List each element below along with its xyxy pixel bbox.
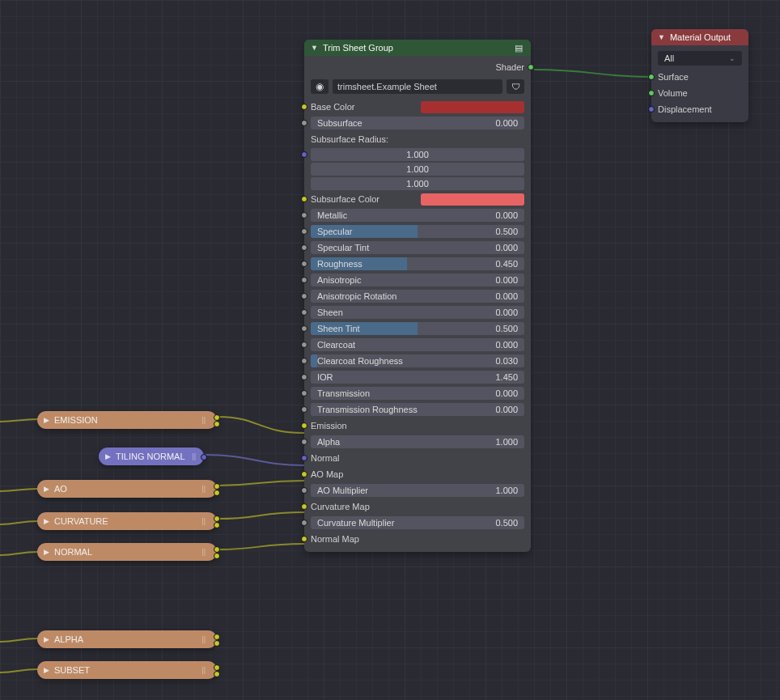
chevron-down-icon: ⌄ [729, 54, 735, 62]
param-roughness[interactable]: Roughness0.450 [304, 256, 531, 272]
shader-output[interactable]: Shader [304, 59, 531, 75]
ao-multiplier-input[interactable]: AO Multiplier 1.000 [304, 482, 531, 498]
normal-node[interactable]: ▶ NORMAL || [37, 543, 217, 561]
param-field[interactable]: Metallic0.000 [311, 209, 524, 222]
tiling-normal-node[interactable]: ▶ TILING NORMAL || [99, 448, 204, 465]
param-field[interactable]: Transmission0.000 [311, 387, 524, 400]
param-field[interactable]: Anisotropic Rotation0.000 [311, 290, 524, 303]
subsurface-color-input[interactable]: Subsurface Color [304, 191, 531, 207]
param-field[interactable]: Anisotropic0.000 [311, 274, 524, 286]
expand-icon[interactable]: ▶ [44, 635, 49, 643]
curvature-multiplier-input[interactable]: Curvature Multiplier 0.500 [304, 515, 531, 531]
subsurface-radius-label: Subsurface Radius: [304, 131, 531, 147]
param-anisotropic-rotation[interactable]: Anisotropic Rotation0.000 [304, 288, 531, 304]
node-header[interactable]: ▼ Material Output [651, 29, 748, 45]
subsurface-radius-z[interactable]: 1.000 [311, 177, 524, 190]
param-sheen-tint[interactable]: Sheen Tint0.500 [304, 320, 531, 337]
volume-input[interactable]: Volume [651, 85, 748, 101]
expand-icon[interactable]: ▶ [44, 666, 49, 674]
param-field[interactable]: Clearcoat0.000 [311, 338, 524, 351]
param-ior[interactable]: IOR1.450 [304, 369, 531, 385]
curvature-multiplier-field[interactable]: Curvature Multiplier 0.500 [311, 516, 524, 529]
subsurface-radius-x[interactable]: 1.000 [311, 148, 524, 161]
emission-input[interactable]: Emission [304, 418, 531, 434]
alpha-field[interactable]: Alpha 1.000 [311, 435, 524, 448]
param-field[interactable]: Transmission Roughness0.000 [311, 403, 524, 416]
normal-input[interactable]: Normal [304, 450, 531, 466]
param-field[interactable]: Sheen0.000 [311, 306, 524, 319]
expand-icon[interactable]: ▶ [44, 517, 49, 525]
base-color-swatch[interactable] [421, 101, 524, 113]
param-field[interactable]: Specular0.500 [311, 225, 524, 238]
target-select[interactable]: All ⌄ [658, 51, 742, 66]
param-field[interactable]: Roughness0.450 [311, 257, 524, 270]
datablock-name[interactable]: trimsheet.Example Sheet [333, 79, 502, 94]
normal-map-input[interactable]: Normal Map [304, 531, 531, 547]
alpha-node[interactable]: ▶ ALPHA || [37, 630, 217, 648]
material-output-node[interactable]: ▼ Material Output All ⌄ Surface Volume D… [651, 29, 748, 122]
param-clearcoat-roughness[interactable]: Clearcoat Roughness0.030 [304, 353, 531, 369]
surface-input[interactable]: Surface [651, 69, 748, 85]
param-metallic[interactable]: Metallic0.000 [304, 207, 531, 223]
alpha-input[interactable]: Alpha 1.000 [304, 434, 531, 450]
param-specular-tint[interactable]: Specular Tint0.000 [304, 240, 531, 256]
param-transmission-roughness[interactable]: Transmission Roughness0.000 [304, 401, 531, 418]
param-specular[interactable]: Specular0.500 [304, 223, 531, 240]
displacement-input[interactable]: Displacement [651, 101, 748, 117]
nodetree-icon[interactable]: ◉ [311, 79, 329, 94]
expand-icon[interactable]: ▶ [44, 485, 49, 493]
emission-node[interactable]: ▶ EMISSION || [37, 411, 217, 429]
base-color-input[interactable]: Base Color [304, 99, 531, 115]
param-field[interactable]: Sheen Tint0.500 [311, 322, 524, 335]
ao-node[interactable]: ▶ AO || [37, 480, 217, 498]
param-transmission[interactable]: Transmission0.000 [304, 385, 531, 401]
curvature-map-input[interactable]: Curvature Map [304, 498, 531, 515]
param-field[interactable]: Clearcoat Roughness0.030 [311, 354, 524, 367]
fake-user-icon[interactable]: 🛡 [507, 79, 524, 94]
collapse-icon[interactable]: ▼ [658, 33, 665, 41]
collapse-icon[interactable]: ▼ [311, 44, 318, 52]
subsurface-color-swatch[interactable] [421, 193, 524, 206]
param-anisotropic[interactable]: Anisotropic0.000 [304, 272, 531, 288]
subsurface-field[interactable]: Subsurface 0.000 [311, 117, 524, 129]
node-title: Trim Sheet Group [323, 43, 393, 53]
node-title: Material Output [670, 32, 731, 42]
nodegroup-datablock[interactable]: ◉ trimsheet.Example Sheet 🛡 [311, 78, 524, 95]
curvature-node[interactable]: ▶ CURVATURE || [37, 512, 217, 530]
param-field[interactable]: IOR1.450 [311, 371, 524, 384]
select-value: All [664, 53, 674, 63]
ao-map-input[interactable]: AO Map [304, 466, 531, 482]
subsurface-radius-y[interactable]: 1.000 [311, 163, 524, 176]
expand-icon[interactable]: ▶ [44, 548, 49, 556]
trim-sheet-group-node[interactable]: ▼ Trim Sheet Group ▤ Shader ◉ trimsheet.… [304, 40, 531, 552]
node-header[interactable]: ▼ Trim Sheet Group ▤ [304, 40, 531, 56]
param-clearcoat[interactable]: Clearcoat0.000 [304, 337, 531, 353]
param-sheen[interactable]: Sheen0.000 [304, 304, 531, 320]
subsurface-input[interactable]: Subsurface 0.000 [304, 115, 531, 131]
expand-icon[interactable]: ▶ [105, 452, 111, 460]
expand-icon[interactable]: ▶ [44, 416, 49, 424]
ao-multiplier-field[interactable]: AO Multiplier 1.000 [311, 484, 524, 497]
param-field[interactable]: Specular Tint0.000 [311, 241, 524, 254]
node-options-icon[interactable]: ▤ [513, 43, 524, 53]
subset-node[interactable]: ▶ SUBSET || [37, 661, 217, 679]
